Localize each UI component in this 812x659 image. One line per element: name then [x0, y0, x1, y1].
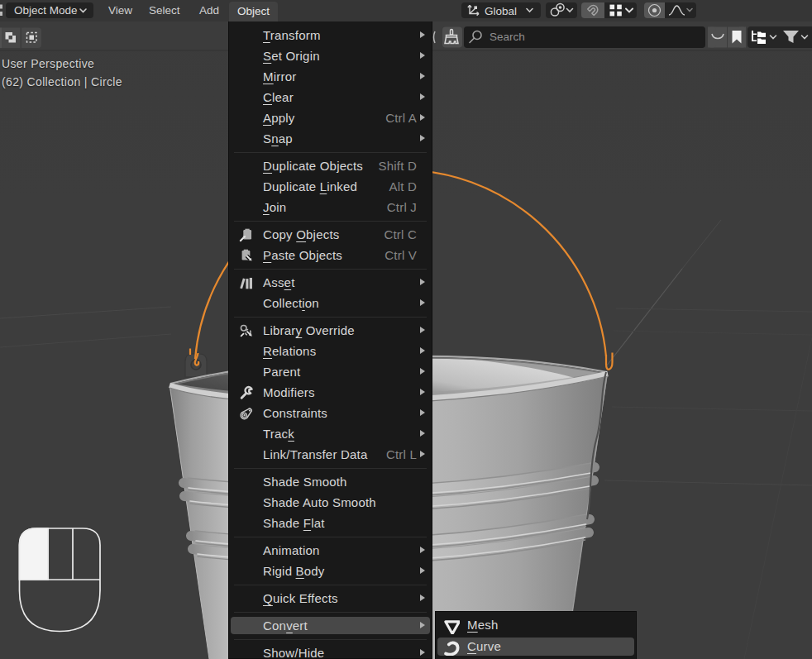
svg-text:Global: Global [485, 5, 517, 17]
